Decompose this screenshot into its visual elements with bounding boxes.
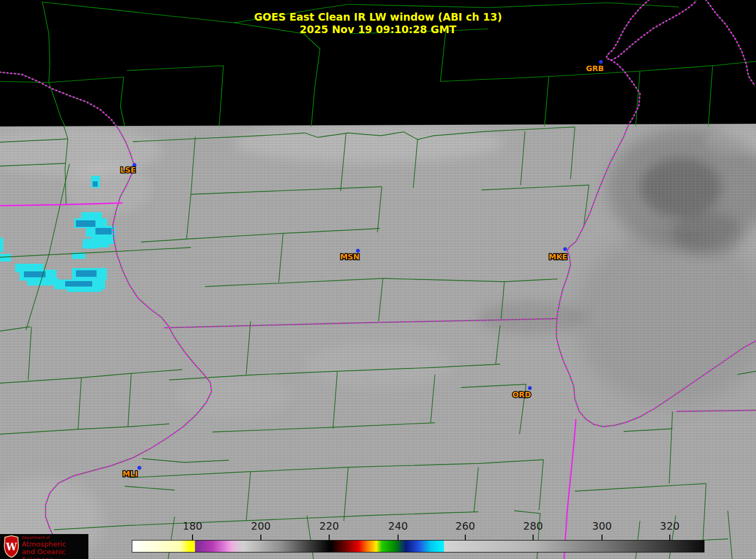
station-dot-MKE [563, 247, 567, 251]
colorbar-tick [398, 535, 399, 540]
title-line-2: 2025 Nov 19 09:10:28 GMT [0, 23, 756, 36]
mississippi-river-dots [0, 72, 212, 559]
colorbar-tick [329, 535, 330, 540]
satellite-image-viewport: GRB LSE MSN MKE ORD MLI GOES East Clean … [0, 0, 756, 559]
colorbar-tick [669, 535, 670, 540]
county-lines-south [0, 126, 756, 559]
wi-il-border-line [164, 319, 558, 328]
colorbar-label: 200 [239, 520, 283, 532]
uw-aos-logo: W Department of Atmospheric and Oceanic … [0, 534, 88, 559]
title-line-1: GOES East Clean IR LW window (ABI ch 13) [0, 11, 756, 23]
colorbar-label: 260 [444, 520, 487, 532]
colorbar-tick [601, 535, 603, 540]
colorbar-label: 280 [511, 520, 555, 532]
colorbar-label: 220 [307, 520, 351, 532]
mississippi-river-line [0, 72, 212, 559]
station-labels: GRB LSE MSN MKE ORD MLI [120, 64, 604, 478]
station-label-MKE: MKE [549, 252, 567, 261]
logo-line-2: and Oceanic Sciences [22, 548, 88, 559]
station-dot-MLI [138, 466, 142, 470]
station-label-GRB: GRB [586, 64, 604, 73]
station-label-LSE: LSE [120, 166, 136, 174]
colorbar-tick [533, 535, 534, 540]
il-in-border-solid [564, 419, 576, 559]
colorbar-label: 240 [376, 520, 420, 532]
colorbar-label: 180 [171, 520, 214, 532]
logo-dept-line: Department of [22, 536, 49, 540]
mn-ia-border-solid [0, 203, 123, 206]
temperature-colorbar [132, 540, 704, 552]
station-label-ORD: ORD [512, 390, 531, 399]
uw-monogram: W [5, 541, 17, 552]
colorbar-label: 300 [580, 520, 624, 532]
colorbar-label: 320 [648, 520, 691, 532]
cold-cloud-pixels [0, 176, 115, 292]
station-label-MLI: MLI [123, 469, 138, 478]
map-overlay: GRB LSE MSN MKE ORD MLI [0, 0, 756, 559]
station-dot-GRB [599, 60, 603, 64]
uw-crest-icon: W [3, 535, 20, 558]
image-title: GOES East Clean IR LW window (ABI ch 13)… [0, 11, 756, 36]
logo-line-1: Atmospheric [22, 540, 66, 548]
colorbar-tick [260, 535, 261, 540]
colorbar-tick [465, 535, 466, 540]
magenta-borders [0, 203, 756, 559]
colorbar-tick [192, 535, 193, 540]
station-label-MSN: MSN [340, 252, 360, 261]
station-dot-ORD [528, 386, 532, 390]
